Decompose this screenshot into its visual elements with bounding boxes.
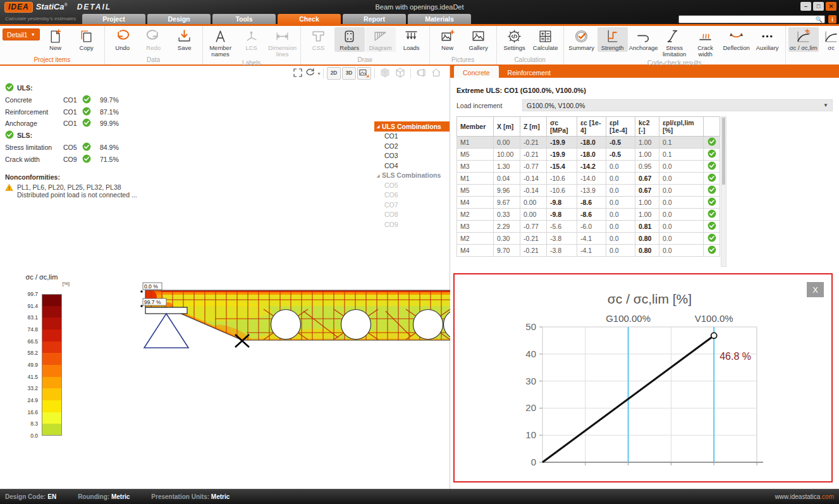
svg-text:10: 10 — [525, 429, 536, 440]
table-row[interactable]: M32.29-0.77-5.6-6.00.00.810.0 — [457, 221, 720, 233]
results-summary: ULS:ConcreteCO199.7%ReinforcementCO187.1… — [5, 81, 169, 199]
ribbon-strength-button[interactable]: Strength — [597, 27, 628, 52]
ribbon-gallery-button[interactable]: Gallery — [463, 27, 494, 52]
ribbon-crack-width-button[interactable]: Crack width — [690, 27, 721, 59]
table-row[interactable]: M20.330.00-9.8-8.60.01.000.0 — [457, 209, 720, 221]
table-scrollbar[interactable] — [721, 116, 726, 267]
ribbon-member-names-button[interactable]: Member names — [205, 27, 236, 59]
view-2d-button[interactable]: 2D — [327, 67, 341, 80]
tab-project[interactable]: Project — [82, 14, 145, 24]
load-increment-select[interactable]: G100.0%, V100.0% ▼ — [522, 99, 833, 111]
close-chart-button[interactable]: X — [807, 282, 824, 297]
ribbon-anchorage-button[interactable]: Anchorage — [628, 27, 659, 52]
result-tab-concrete[interactable]: Concrete — [454, 66, 499, 78]
info-button[interactable]: i — [828, 15, 836, 23]
tree-co8[interactable]: CO8 — [374, 210, 450, 220]
expander-icon[interactable]: ◢ — [374, 173, 382, 178]
tab-materials[interactable]: Materials — [408, 14, 471, 24]
ribbon-new-file-button[interactable]: New — [40, 27, 71, 52]
table-row[interactable]: M510.00-0.21-19.9-18.0-0.51.000.1 — [457, 149, 720, 161]
status-ok-icon — [704, 185, 720, 197]
tree-co3[interactable]: CO3 — [374, 151, 450, 161]
ribbon-sigma-ratio-button[interactable]: %σc / σc,lim — [788, 27, 819, 52]
tree-uls-combinations[interactable]: ◢ULS Combinations — [374, 121, 450, 132]
ribbon-auxiliary-button[interactable]: Auxiliary — [752, 27, 783, 52]
tree-co6[interactable]: CO6 — [374, 190, 450, 200]
table-row[interactable]: M20.30-0.21-3.8-4.10.00.800.0 — [457, 233, 720, 245]
maximize-button[interactable]: □ — [813, 2, 824, 11]
ribbon-loads-button[interactable]: Loads — [396, 27, 427, 52]
tree-co1[interactable]: CO1 — [374, 132, 450, 142]
ribbon-sigma-c-button[interactable]: σc — [819, 27, 839, 52]
tab-design[interactable]: Design — [147, 14, 211, 24]
legend-band — [42, 388, 62, 400]
deflection-icon — [728, 28, 744, 45]
check-ok-icon — [82, 154, 95, 164]
ribbon-group-label: Project items — [3, 56, 102, 65]
summary-row-concrete: ConcreteCO199.7% — [5, 95, 169, 105]
nonconformity-item[interactable]: !PL1, PL6, PL20, PL25, PL32, PL38Distrib… — [5, 183, 169, 199]
legend-tick-label: 33.2 — [8, 385, 38, 391]
col-header-kc2: kc2 [-] — [635, 117, 659, 137]
tab-tools[interactable]: Tools — [212, 14, 276, 24]
col-header-pl-pl-lim: εpl/εpl,lim [%] — [659, 117, 704, 137]
status-ok-icon — [704, 137, 720, 149]
result-tabs: ConcreteReinforcement — [450, 66, 839, 78]
tree-co4[interactable]: CO4 — [374, 161, 450, 171]
model-viewport[interactable]: ▼2D3D ULS:ConcreteCO199.7%ReinforcementC… — [0, 66, 450, 489]
website-link[interactable]: www.ideastatica.com — [775, 493, 834, 500]
units-label: Presentation Units: — [151, 493, 209, 500]
table-row[interactable]: M10.04-0.14-10.6-14.00.00.670.0 — [457, 173, 720, 185]
ribbon-calculate-button[interactable]: Calculate — [530, 27, 561, 52]
add-picture-button[interactable] — [357, 67, 371, 80]
fit-view-button[interactable] — [291, 67, 305, 80]
legend-band — [42, 365, 62, 377]
table-row[interactable]: M59.96-0.14-10.6-13.90.00.670.0 — [457, 185, 720, 197]
table-row[interactable]: M10.00-0.21-19.9-18.0-0.51.000.1 — [457, 137, 720, 149]
ribbon-picture-new-button[interactable]: New — [432, 27, 463, 52]
ribbon-deflection-button[interactable]: Deflection — [721, 27, 752, 52]
tree-co2[interactable]: CO2 — [374, 141, 450, 151]
ribbon-summary-button[interactable]: Summary — [566, 27, 597, 52]
ribbon-rebars-button[interactable]: Rebars — [334, 27, 365, 52]
ribbon-save-button[interactable]: Save — [169, 27, 200, 52]
strength-icon — [604, 28, 620, 45]
summary-row-anchorage: AnchorageCO199.9% — [5, 118, 169, 128]
tree-co7[interactable]: CO7 — [374, 200, 450, 210]
view-toolbar: ▼2D3D — [291, 67, 443, 80]
view-3d-button[interactable]: 3D — [342, 67, 356, 80]
check-ok-icon — [82, 142, 95, 152]
tree-co9[interactable]: CO9 — [374, 219, 450, 230]
tree-sls-combinations[interactable]: ◢SLS Combinations — [374, 171, 450, 181]
ribbon-css-button: CSS — [303, 27, 334, 52]
cube-outline-icon — [395, 67, 406, 80]
search-input[interactable]: 🔍 — [678, 15, 825, 23]
close-button[interactable]: ✕ — [826, 2, 836, 11]
ribbon-copy-button[interactable]: Copy — [71, 27, 102, 52]
minimize-button[interactable]: – — [800, 2, 811, 11]
ribbon-settings-button[interactable]: Settings — [499, 27, 530, 52]
tree-co5[interactable]: CO5 — [374, 180, 450, 190]
ribbon-stress-limitation-button[interactable]: Stress limitation — [659, 27, 690, 59]
tagline: Calculate yesterday's estimates — [5, 16, 76, 22]
result-tab-reinforcement[interactable]: Reinforcement — [499, 66, 560, 78]
ribbon-group-label: Pictures — [432, 56, 494, 65]
ribbon-group-draw: CSSRebarsDiagramLoadsDraw — [301, 26, 430, 65]
svg-text:2D: 2D — [331, 70, 338, 76]
results-table[interactable]: MemberX [m]Z [m]σc [MPa]εc [1e-4]εpl [1e… — [456, 116, 720, 257]
cube-solid-icon — [379, 67, 391, 80]
svg-text:0: 0 — [531, 457, 536, 467]
ribbon-undo-button[interactable]: Undo — [107, 27, 138, 52]
summary-icon — [573, 28, 589, 45]
table-row[interactable]: M31.30-0.77-15.4-14.20.00.950.0 — [457, 161, 720, 173]
table-row[interactable]: M49.670.00-9.8-8.60.01.000.0 — [457, 197, 720, 209]
ribbon-group-project-items: Detail1▼NewCopyProject items — [0, 26, 105, 65]
legend-unit: [%] — [6, 281, 77, 286]
detail-selector[interactable]: Detail1▼ — [3, 28, 40, 40]
rotate-view-button[interactable]: ▼ — [306, 67, 320, 80]
expander-icon[interactable]: ◢ — [374, 124, 382, 128]
table-row[interactable]: M49.70-0.21-3.8-4.10.00.800.0 — [457, 245, 720, 257]
legend-band — [42, 317, 62, 329]
tab-report[interactable]: Report — [343, 14, 406, 24]
tab-check[interactable]: Check — [278, 14, 341, 24]
